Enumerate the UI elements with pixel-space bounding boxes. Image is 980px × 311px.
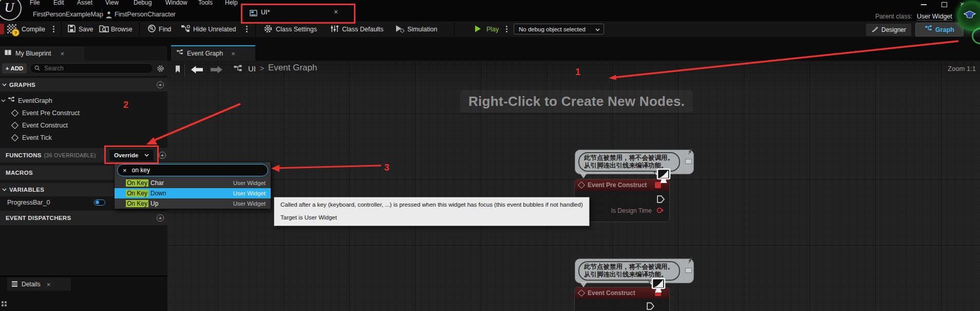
close-icon[interactable]: × xyxy=(231,50,235,58)
blueprint-book-icon xyxy=(4,49,12,58)
menu-edit[interactable]: Edit xyxy=(53,0,64,6)
details-tab-label: Details xyxy=(22,281,41,288)
graph-watermark: Right-Click to Create New Nodes. xyxy=(460,90,693,113)
play-button[interactable]: Play xyxy=(486,26,499,33)
add-function-icon[interactable]: + xyxy=(159,152,166,159)
close-icon[interactable]: × xyxy=(60,50,64,58)
comment-options-icon xyxy=(685,159,692,164)
details-tab[interactable]: Details × xyxy=(7,278,71,291)
save-icon xyxy=(67,24,76,35)
pushpin-icon[interactable] xyxy=(685,256,694,267)
graph-icon xyxy=(233,65,242,76)
class-defaults-button[interactable]: Class Defaults xyxy=(342,26,384,33)
exec-pin-icon[interactable] xyxy=(656,195,665,206)
title-bar: U File Edit Asset View Debug Window Tool… xyxy=(0,0,980,21)
menu-tools[interactable]: Tools xyxy=(198,0,213,6)
find-button[interactable]: Find xyxy=(159,26,171,33)
search-icon xyxy=(34,64,40,73)
graph-mode-button[interactable]: Graph xyxy=(915,23,964,36)
bookmark-icon[interactable] xyxy=(175,65,181,76)
functions-overridable-note: (36 OVERRIDABLE) xyxy=(44,152,96,158)
tree-item-eventgraph[interactable]: EventGraph xyxy=(0,95,167,107)
tree-item-event-construct[interactable]: Event Construct xyxy=(0,119,180,132)
browse-button[interactable]: Browse xyxy=(111,26,133,33)
event-graph-canvas[interactable]: UI > Event Graph Zoom 1:1 Right-Click to… xyxy=(167,61,980,311)
character-icon xyxy=(106,11,112,21)
add-graph-icon[interactable]: + xyxy=(157,81,164,88)
tree-item-event-pre-construct[interactable]: Event Pre Construct xyxy=(0,107,180,119)
compile-button[interactable]: Compile xyxy=(22,26,45,33)
pin-label-is-design-time: Is Design Time xyxy=(611,207,652,214)
bool-pin-icon[interactable] xyxy=(656,207,664,216)
play-icon xyxy=(474,25,482,35)
search-settings-gear-icon[interactable] xyxy=(157,65,164,75)
simulation-button[interactable]: Simulation xyxy=(407,26,437,33)
menu-asset[interactable]: Asset xyxy=(77,0,92,6)
override-search-input[interactable] xyxy=(131,166,241,174)
designer-mode-button[interactable]: Designer xyxy=(866,24,911,36)
breadcrumb-root[interactable]: UI xyxy=(248,64,256,73)
pushpin-icon[interactable] xyxy=(685,147,694,158)
gear-icon xyxy=(263,24,273,35)
popup-item-on-key-up[interactable]: On Key Up User Widget xyxy=(115,198,271,209)
menu-help[interactable]: Help xyxy=(225,0,238,6)
hide-unrelated-options-icon[interactable] xyxy=(246,26,248,27)
menu-debug[interactable]: Debug xyxy=(134,0,152,6)
menu-file[interactable]: File xyxy=(30,0,40,6)
event-node-icon xyxy=(578,181,585,189)
unreal-engine-logo-icon: U xyxy=(0,0,22,21)
event-graph-tab[interactable]: Event Graph × xyxy=(171,45,255,61)
graphs-section-header[interactable]: GRAPHS xyxy=(0,78,167,92)
debug-object-dropdown[interactable]: No debug object selected xyxy=(514,24,604,34)
clear-search-icon[interactable]: × xyxy=(123,167,127,174)
menu-view[interactable]: View xyxy=(105,0,119,6)
nav-forward-icon[interactable] xyxy=(211,66,222,76)
details-icon xyxy=(11,281,18,288)
save-button[interactable]: Save xyxy=(79,26,93,33)
variable-visibility-toggle[interactable] xyxy=(94,199,105,206)
play-options-icon[interactable] xyxy=(506,26,507,27)
compile-options-icon[interactable] xyxy=(53,26,54,27)
event-dispatchers-section-header[interactable]: EVENT DISPATCHERS xyxy=(0,211,167,225)
nav-back-icon[interactable] xyxy=(191,66,203,76)
plus-icon: + xyxy=(6,65,9,71)
tree-item-event-tick[interactable]: Event Tick xyxy=(0,132,180,144)
menu-window[interactable]: Window xyxy=(165,0,187,6)
hide-unrelated-button[interactable]: Hide Unrelated xyxy=(193,26,236,33)
tab-separator xyxy=(102,9,102,19)
graduation-cap-icon xyxy=(964,10,976,22)
unreal-blueprint-editor-window: U File Edit Asset View Debug Window Tool… xyxy=(0,0,980,311)
event-node-icon xyxy=(11,122,18,129)
chevron-down-icon xyxy=(2,188,7,191)
exec-pin-icon[interactable] xyxy=(646,302,655,311)
toolbar-divider xyxy=(255,22,256,36)
restore-button[interactable] xyxy=(941,2,947,7)
browse-icon xyxy=(99,24,109,35)
my-blueprint-search[interactable] xyxy=(30,63,153,74)
class-settings-button[interactable]: Class Settings xyxy=(276,26,317,33)
parent-class-link[interactable]: User Widget xyxy=(917,13,952,21)
toggle-knob xyxy=(96,200,99,204)
toolbar-divider xyxy=(61,22,62,36)
toolbar-divider xyxy=(139,22,140,36)
asset-tab-firstpersonexamplemap[interactable]: FirstPersonExampleMap xyxy=(33,11,103,18)
popup-item-on-key-char[interactable]: On Key Char User Widget xyxy=(115,178,271,188)
breadcrumb-divider xyxy=(184,64,185,76)
parent-class-label: Parent class: xyxy=(875,13,912,20)
bubble-tail xyxy=(580,173,587,178)
chevron-down-icon[interactable] xyxy=(1,99,6,102)
compile-unknown-badge: ? xyxy=(12,29,20,36)
tooltip-target: Target is User Widget xyxy=(280,214,583,221)
popup-item-on-key-down[interactable]: On Key Down User Widget xyxy=(115,188,271,198)
close-icon[interactable]: × xyxy=(47,281,51,288)
add-button[interactable]: + ADD xyxy=(2,63,27,74)
annotation-box-ui-tab xyxy=(241,4,355,24)
asset-tab-firstpersoncharacter[interactable]: FirstPersonCharacter xyxy=(115,11,176,18)
app-edge-chip xyxy=(0,24,4,34)
breadcrumb-separator: > xyxy=(260,64,264,72)
override-search-box[interactable]: × xyxy=(117,164,268,176)
search-input[interactable] xyxy=(43,64,127,72)
minimize-button[interactable] xyxy=(921,4,927,5)
add-dispatcher-icon[interactable]: + xyxy=(157,214,164,222)
my-blueprint-tab[interactable]: My Blueprint × xyxy=(0,46,84,61)
